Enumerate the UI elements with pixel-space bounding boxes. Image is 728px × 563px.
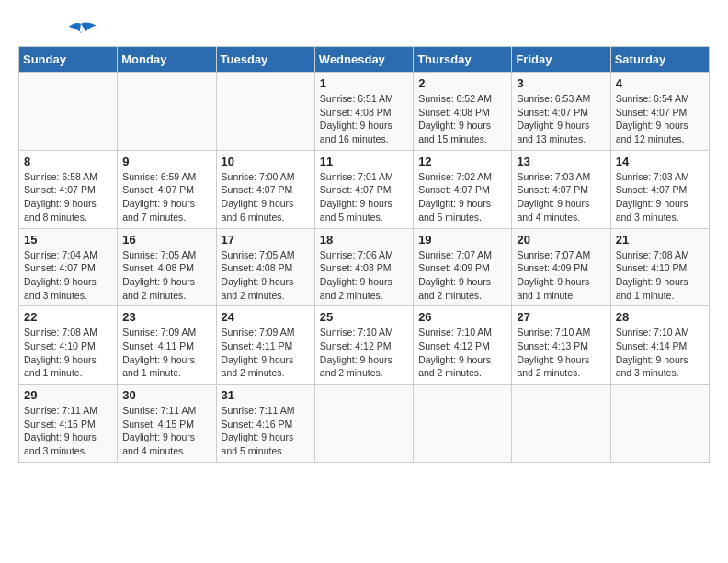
day-info: Sunrise: 7:02 AMSunset: 4:07 PMDaylight:…: [418, 170, 506, 224]
day-number: 11: [320, 155, 408, 168]
day-info: Sunrise: 7:00 AMSunset: 4:07 PMDaylight:…: [222, 170, 310, 224]
day-info: Sunrise: 7:08 AMSunset: 4:10 PMDaylight:…: [616, 248, 704, 303]
day-info: Sunrise: 7:05 AMSunset: 4:08 PMDaylight:…: [122, 248, 210, 303]
calendar-cell: 18 Sunrise: 7:06 AMSunset: 4:08 PMDaylig…: [314, 228, 413, 306]
day-number: 23: [122, 310, 210, 324]
day-number: 10: [222, 155, 310, 168]
day-number: 2: [418, 76, 506, 90]
calendar-cell: 30 Sunrise: 7:11 AMSunset: 4:15 PMDaylig…: [118, 385, 216, 463]
day-info: Sunrise: 7:09 AMSunset: 4:11 PMDaylight:…: [222, 326, 310, 380]
calendar-cell: [118, 73, 216, 151]
calendar-cell: 8 Sunrise: 6:58 AMSunset: 4:07 PMDayligh…: [19, 150, 118, 228]
day-info: Sunrise: 7:04 AMSunset: 4:07 PMDaylight:…: [24, 248, 112, 303]
col-friday: Friday: [512, 47, 610, 73]
day-info: Sunrise: 7:11 AMSunset: 4:15 PMDaylight:…: [24, 404, 112, 458]
calendar-cell: [314, 385, 413, 463]
day-number: 12: [418, 155, 506, 168]
day-info: Sunrise: 6:51 AMSunset: 4:08 PMDaylight:…: [320, 92, 408, 146]
calendar-cell: 11 Sunrise: 7:01 AMSunset: 4:07 PMDaylig…: [314, 150, 413, 228]
calendar-cell: 27 Sunrise: 7:10 AMSunset: 4:13 PMDaylig…: [512, 306, 610, 385]
calendar-cell: [414, 385, 512, 463]
logo: [18, 18, 99, 37]
calendar-week-1: 1 Sunrise: 6:51 AMSunset: 4:08 PMDayligh…: [19, 73, 710, 151]
day-number: 22: [24, 310, 112, 324]
day-number: 26: [418, 310, 506, 324]
day-info: Sunrise: 7:03 AMSunset: 4:07 PMDaylight:…: [517, 170, 605, 224]
calendar-cell: 25 Sunrise: 7:10 AMSunset: 4:12 PMDaylig…: [314, 306, 413, 385]
day-info: Sunrise: 6:59 AMSunset: 4:07 PMDaylight:…: [122, 170, 210, 224]
calendar-cell: 4 Sunrise: 6:54 AMSunset: 4:07 PMDayligh…: [610, 73, 709, 151]
day-info: Sunrise: 7:09 AMSunset: 4:11 PMDaylight:…: [122, 326, 210, 380]
day-number: 14: [616, 155, 704, 168]
day-number: 8: [24, 155, 112, 168]
day-info: Sunrise: 7:11 AMSunset: 4:15 PMDaylight:…: [122, 404, 210, 458]
col-saturday: Saturday: [610, 47, 709, 73]
page-header: [18, 18, 710, 37]
calendar-cell: 21 Sunrise: 7:08 AMSunset: 4:10 PMDaylig…: [610, 228, 709, 306]
col-monday: Monday: [118, 47, 216, 73]
calendar-cell: 1 Sunrise: 6:51 AMSunset: 4:08 PMDayligh…: [314, 73, 413, 151]
day-info: Sunrise: 7:10 AMSunset: 4:12 PMDaylight:…: [320, 326, 408, 380]
day-number: 20: [517, 233, 605, 247]
calendar-cell: 19 Sunrise: 7:07 AMSunset: 4:09 PMDaylig…: [414, 228, 512, 306]
calendar-cell: [610, 385, 709, 463]
calendar-cell: 20 Sunrise: 7:07 AMSunset: 4:09 PMDaylig…: [512, 228, 610, 306]
day-info: Sunrise: 7:01 AMSunset: 4:07 PMDaylight:…: [320, 170, 408, 224]
day-info: Sunrise: 7:05 AMSunset: 4:08 PMDaylight:…: [222, 248, 310, 303]
day-number: 9: [122, 155, 210, 168]
day-number: 19: [418, 233, 506, 247]
day-info: Sunrise: 6:54 AMSunset: 4:07 PMDaylight:…: [616, 92, 704, 146]
calendar-cell: 23 Sunrise: 7:09 AMSunset: 4:11 PMDaylig…: [118, 306, 216, 385]
day-info: Sunrise: 6:53 AMSunset: 4:07 PMDaylight:…: [517, 92, 605, 146]
day-info: Sunrise: 7:11 AMSunset: 4:16 PMDaylight:…: [222, 404, 310, 458]
calendar-cell: 29 Sunrise: 7:11 AMSunset: 4:15 PMDaylig…: [19, 385, 118, 463]
calendar-cell: 16 Sunrise: 7:05 AMSunset: 4:08 PMDaylig…: [118, 228, 216, 306]
day-number: 17: [222, 233, 310, 247]
calendar-cell: [216, 73, 314, 151]
calendar-cell: 24 Sunrise: 7:09 AMSunset: 4:11 PMDaylig…: [216, 306, 314, 385]
calendar-cell: 14 Sunrise: 7:03 AMSunset: 4:07 PMDaylig…: [610, 150, 709, 228]
calendar-week-4: 22 Sunrise: 7:08 AMSunset: 4:10 PMDaylig…: [19, 306, 710, 385]
day-info: Sunrise: 7:10 AMSunset: 4:14 PMDaylight:…: [616, 326, 704, 380]
logo-icon: [63, 18, 99, 44]
calendar-cell: 13 Sunrise: 7:03 AMSunset: 4:07 PMDaylig…: [512, 150, 610, 228]
calendar-cell: 9 Sunrise: 6:59 AMSunset: 4:07 PMDayligh…: [118, 150, 216, 228]
day-number: 3: [517, 76, 605, 90]
calendar-cell: 2 Sunrise: 6:52 AMSunset: 4:08 PMDayligh…: [414, 73, 512, 151]
day-info: Sunrise: 7:03 AMSunset: 4:07 PMDaylight:…: [616, 170, 704, 224]
day-info: Sunrise: 7:10 AMSunset: 4:13 PMDaylight:…: [517, 326, 605, 380]
header-row: Sunday Monday Tuesday Wednesday Thursday…: [19, 47, 710, 73]
calendar-cell: 10 Sunrise: 7:00 AMSunset: 4:07 PMDaylig…: [216, 150, 314, 228]
calendar-cell: 28 Sunrise: 7:10 AMSunset: 4:14 PMDaylig…: [610, 306, 709, 385]
calendar-table: Sunday Monday Tuesday Wednesday Thursday…: [18, 46, 710, 463]
calendar-week-2: 8 Sunrise: 6:58 AMSunset: 4:07 PMDayligh…: [19, 150, 710, 228]
calendar-cell: 26 Sunrise: 7:10 AMSunset: 4:12 PMDaylig…: [414, 306, 512, 385]
calendar-cell: 12 Sunrise: 7:02 AMSunset: 4:07 PMDaylig…: [414, 150, 512, 228]
day-info: Sunrise: 7:06 AMSunset: 4:08 PMDaylight:…: [320, 248, 408, 303]
day-number: 13: [517, 155, 605, 168]
day-number: 18: [320, 233, 408, 247]
day-number: 30: [122, 388, 210, 402]
calendar-cell: 31 Sunrise: 7:11 AMSunset: 4:16 PMDaylig…: [216, 385, 314, 463]
day-info: Sunrise: 6:52 AMSunset: 4:08 PMDaylight:…: [418, 92, 506, 146]
day-number: 31: [222, 388, 310, 402]
col-tuesday: Tuesday: [216, 47, 314, 73]
day-number: 15: [24, 233, 112, 247]
day-number: 1: [320, 76, 408, 90]
col-thursday: Thursday: [414, 47, 512, 73]
calendar-cell: 17 Sunrise: 7:05 AMSunset: 4:08 PMDaylig…: [216, 228, 314, 306]
col-sunday: Sunday: [19, 47, 118, 73]
day-number: 25: [320, 310, 408, 324]
day-number: 4: [616, 76, 704, 90]
calendar-week-3: 15 Sunrise: 7:04 AMSunset: 4:07 PMDaylig…: [19, 228, 710, 306]
day-info: Sunrise: 7:10 AMSunset: 4:12 PMDaylight:…: [418, 326, 506, 380]
calendar-cell: 3 Sunrise: 6:53 AMSunset: 4:07 PMDayligh…: [512, 73, 610, 151]
calendar-cell: [512, 385, 610, 463]
col-wednesday: Wednesday: [314, 47, 413, 73]
day-info: Sunrise: 7:07 AMSunset: 4:09 PMDaylight:…: [517, 248, 605, 303]
day-number: 16: [122, 233, 210, 247]
calendar-week-5: 29 Sunrise: 7:11 AMSunset: 4:15 PMDaylig…: [19, 385, 710, 463]
day-info: Sunrise: 7:08 AMSunset: 4:10 PMDaylight:…: [24, 326, 112, 380]
day-info: Sunrise: 7:07 AMSunset: 4:09 PMDaylight:…: [418, 248, 506, 303]
calendar-cell: [19, 73, 118, 151]
